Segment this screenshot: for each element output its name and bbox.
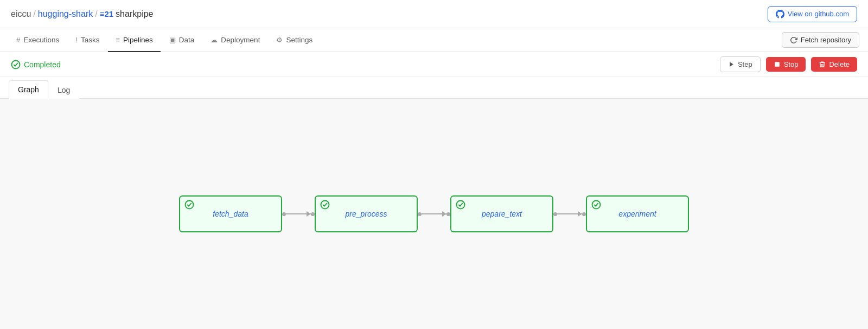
status-actions: Step Stop Delete [720,56,857,72]
tab-data-label: Data [179,36,195,44]
data-icon: ▣ [169,36,176,44]
connector-2 [418,212,450,216]
status-completed: Completed [11,60,61,69]
step-button[interactable]: Step [720,56,761,72]
check-icon-pre-process [320,200,330,212]
tab-executions-label: Executions [23,36,59,44]
tab-deployment-label: Deployment [221,36,260,44]
connector-arrow-2 [422,213,446,214]
step-icon [728,61,735,68]
pipeline-node-experiment[interactable]: experiment [586,195,689,232]
connector-dot-left-3 [553,212,557,216]
tab-pipelines[interactable]: ≡ Pipelines [108,29,160,52]
refresh-icon [790,36,797,44]
settings-icon: ⚙ [276,36,283,44]
check-icon-pepare-text [456,200,465,212]
connector-arrow-3 [557,213,582,214]
repo-name[interactable]: hugging-shark [38,9,93,19]
sep2: / [95,9,97,19]
tab-log[interactable]: Log [48,81,79,99]
pipelines-icon: ≡ [116,36,120,44]
node-label-pepare-text: pepare_text [482,210,522,218]
step-label: Step [738,60,752,68]
view-github-label: View on github.com [788,10,849,18]
tab-log-label: Log [58,86,70,94]
github-icon [776,10,784,18]
connector-arrow-1 [286,213,311,214]
tab-settings-label: Settings [286,36,312,44]
delete-label: Delete [829,60,850,68]
pipeline-name: sharkpipe [116,9,153,19]
tab-data[interactable]: ▣ Data [162,29,202,52]
pipeline-node-fetch-data[interactable]: fetch_data [179,195,282,232]
tab-tasks-label: Tasks [81,36,100,44]
pipeline-node-pepare-text[interactable]: pepare_text [450,195,553,232]
connector-1 [282,212,315,216]
tab-tasks[interactable]: ! Tasks [68,29,107,52]
nav-tabs: # Executions ! Tasks ≡ Pipelines ▣ Data … [0,28,868,52]
check-circle-icon [11,60,21,69]
connector-dot-left-1 [282,212,286,216]
tasks-icon: ! [75,36,78,44]
connector-line-2 [418,212,450,216]
connector-line-3 [553,212,586,216]
deployment-icon: ☁ [210,36,218,44]
breadcrumb: eiccu / hugging-shark / ≡21 sharkpipe [11,9,153,19]
connector-dot-left-2 [418,212,422,216]
check-icon-fetch-data [184,200,194,212]
pipeline-flow: fetch_data pre_process [179,195,689,232]
check-icon-experiment [591,200,601,212]
eq-badge: ≡21 [100,9,113,18]
tab-settings[interactable]: ⚙ Settings [269,29,320,52]
trash-icon [819,61,826,68]
svg-rect-1 [775,62,780,67]
tab-graph[interactable]: Graph [9,80,48,99]
connector-line-1 [282,212,315,216]
tab-deployment[interactable]: ☁ Deployment [203,29,267,52]
graph-area: fetch_data pre_process [0,99,868,329]
node-label-fetch-data: fetch_data [213,210,248,218]
connector-dot-right-2 [446,212,450,216]
stop-icon [774,61,781,68]
stop-button[interactable]: Stop [766,57,806,72]
view-tabs: Graph Log [0,77,868,99]
status-label: Completed [24,60,61,69]
tab-graph-label: Graph [18,85,39,94]
sep1: / [33,9,35,19]
node-label-pre-process: pre_process [345,210,387,218]
header: eiccu / hugging-shark / ≡21 sharkpipe Vi… [0,0,868,28]
fetch-repository-button[interactable]: Fetch repository [782,32,859,48]
org-name: eiccu [11,9,31,19]
view-github-button[interactable]: View on github.com [768,6,857,22]
connector-dot-right-3 [582,212,586,216]
stop-label: Stop [784,60,799,68]
connector-dot-right-1 [311,212,315,216]
fetch-repo-label: Fetch repository [801,36,851,44]
executions-icon: # [16,36,20,44]
tab-executions[interactable]: # Executions [9,29,67,52]
status-bar: Completed Step Stop Delete [0,52,868,77]
node-label-experiment: experiment [618,210,656,218]
connector-3 [553,212,586,216]
tab-pipelines-label: Pipelines [123,36,153,44]
delete-button[interactable]: Delete [811,57,857,72]
nav-tabs-left: # Executions ! Tasks ≡ Pipelines ▣ Data … [9,28,320,52]
pipeline-node-pre-process[interactable]: pre_process [315,195,418,232]
